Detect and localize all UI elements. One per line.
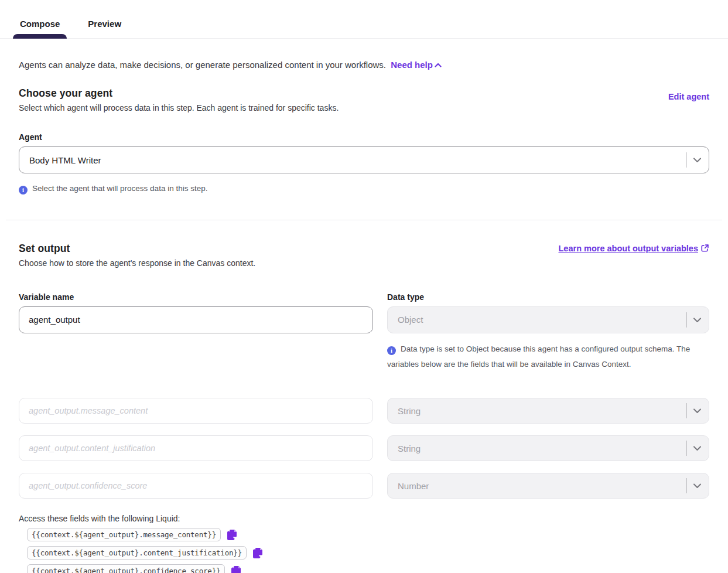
agent-field: Agent Body HTML Writer Select the agent … <box>19 132 709 196</box>
variable-name-input[interactable] <box>19 306 373 333</box>
panel-content: Agents can analyze data, make decisions,… <box>0 60 728 573</box>
intro-sentence: Agents can analyze data, make decisions,… <box>19 60 386 70</box>
intro-text: Agents can analyze data, make decisions,… <box>19 60 709 70</box>
learn-more-label: Learn more about output variables <box>559 244 699 253</box>
data-type-label: Data type <box>387 292 709 302</box>
field-type-value: String <box>398 406 686 416</box>
field-name-input <box>19 398 373 424</box>
choose-agent-title: Choose your agent <box>19 87 339 100</box>
output-field-row: String <box>19 398 709 424</box>
data-type-select: Object <box>387 306 709 333</box>
field-name-input <box>19 473 373 499</box>
output-field-row: Number <box>19 473 709 499</box>
variable-name-label: Variable name <box>19 292 373 302</box>
field-type-select: Number <box>387 473 709 499</box>
agent-step-panel: Compose Preview Agents can analyze data,… <box>0 19 728 573</box>
field-type-value: String <box>398 444 686 453</box>
set-output-title: Set output <box>19 243 255 255</box>
tab-preview[interactable]: Preview <box>87 19 122 38</box>
chevron-down-icon <box>693 408 702 414</box>
info-icon <box>387 346 396 355</box>
select-divider <box>686 441 686 456</box>
output-field-row: String <box>19 435 709 461</box>
agent-select-value: Body HTML Writer <box>29 155 686 165</box>
set-output-subtitle: Choose how to store the agent's response… <box>19 258 255 268</box>
copy-button[interactable] <box>227 528 238 541</box>
select-divider <box>686 312 686 328</box>
tab-compose[interactable]: Compose <box>19 19 61 38</box>
copy-icon <box>227 528 238 541</box>
data-type-value: Object <box>398 315 686 325</box>
chevron-down-icon <box>693 445 702 451</box>
liquid-snippet-row: {{context.${agent_output}.message_conten… <box>27 528 709 541</box>
liquid-snippet: {{context.${agent_output}.confidence_sco… <box>27 564 225 573</box>
liquid-snippet-row: {{context.${agent_output}.content_justif… <box>27 546 709 560</box>
chevron-down-icon <box>693 317 702 323</box>
agent-hint: Select the agent that will process data … <box>19 181 709 196</box>
need-help-label: Need help <box>391 60 433 70</box>
tab-preview-label: Preview <box>88 19 121 29</box>
section-divider <box>6 220 722 220</box>
liquid-snippet-row: {{context.${agent_output}.confidence_sco… <box>27 564 709 573</box>
select-divider <box>686 403 686 418</box>
need-help-link[interactable]: Need help <box>391 60 442 70</box>
choose-agent-section: Choose your agent Select which agent wil… <box>19 87 709 196</box>
agent-label: Agent <box>19 132 709 142</box>
chevron-down-icon <box>693 483 702 489</box>
copy-icon <box>231 565 242 573</box>
agent-select[interactable]: Body HTML Writer <box>19 146 709 173</box>
copy-icon <box>252 547 264 559</box>
chevron-down-icon <box>693 157 702 163</box>
external-link-icon <box>700 244 709 253</box>
output-fields: String String Number <box>19 398 709 499</box>
agent-hint-text: Select the agent that will process data … <box>32 184 207 193</box>
liquid-snippet: {{context.${agent_output}.message_conten… <box>27 528 221 541</box>
copy-button[interactable] <box>252 547 264 559</box>
info-icon <box>19 186 28 195</box>
tab-compose-label: Compose <box>20 19 60 29</box>
edit-agent-link[interactable]: Edit agent <box>668 87 709 101</box>
field-type-select: String <box>387 435 709 461</box>
liquid-intro: Access these fields with the following L… <box>19 514 709 523</box>
chevron-up-icon <box>435 63 442 68</box>
tab-bar: Compose Preview <box>0 19 728 39</box>
select-divider <box>686 152 686 168</box>
field-name-input <box>19 435 373 461</box>
choose-agent-subtitle: Select which agent will process data in … <box>19 103 339 112</box>
data-type-hint: Data type is set to Object because this … <box>387 342 709 373</box>
liquid-snippet: {{context.${agent_output}.content_justif… <box>27 546 247 560</box>
learn-more-link[interactable]: Learn more about output variables <box>559 243 710 253</box>
field-type-select: String <box>387 398 709 424</box>
field-type-value: Number <box>398 481 686 491</box>
data-type-hint-text: Data type is set to Object because this … <box>387 345 690 369</box>
set-output-section: Set output Choose how to store the agent… <box>19 243 709 573</box>
select-divider <box>686 478 686 493</box>
copy-button[interactable] <box>231 565 242 573</box>
